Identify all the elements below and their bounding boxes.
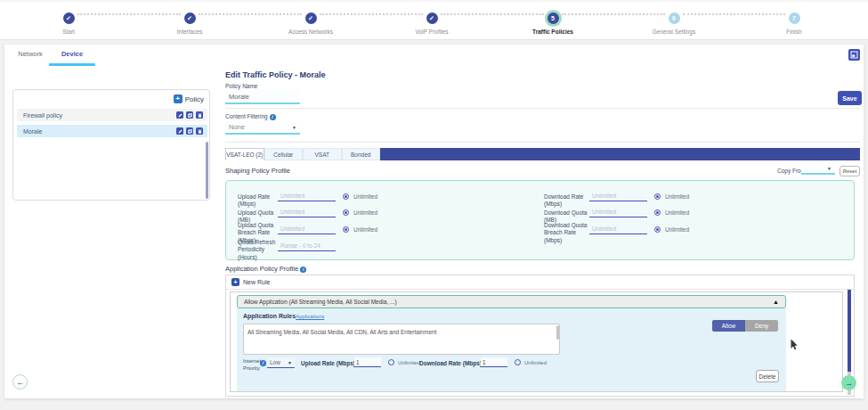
policy-row-firewall[interactable]: Firewall policy	[17, 109, 207, 121]
divider	[225, 142, 860, 143]
step-general-settings[interactable]: 6 General Settings	[634, 8, 714, 35]
chevron-down-icon: ▼	[827, 166, 831, 171]
upload-unlimited-radio[interactable]	[388, 359, 394, 365]
next-fab-button[interactable]: →	[841, 375, 856, 390]
step-label: Interfaces	[150, 29, 230, 35]
step-number: 6	[669, 12, 680, 24]
application-rules-heading: Application Rules	[243, 313, 296, 319]
unlimited-radio[interactable]	[654, 193, 661, 200]
step-interfaces[interactable]: ✓ Interfaces	[150, 8, 230, 35]
download-breach-rate-input[interactable]	[589, 224, 647, 234]
policy-row-morale[interactable]: Morale	[17, 125, 207, 137]
check-icon: ✓	[63, 12, 75, 24]
tab-vsat-leo[interactable]: VSAT-LEO (2)	[225, 148, 264, 160]
step-access-networks[interactable]: ✓ Access Networks	[271, 8, 351, 35]
field-label: Download Rate (Mbps)	[544, 193, 590, 209]
step-label: Start	[28, 29, 109, 35]
policy-name: Firewall policy	[23, 112, 62, 119]
download-rate-input[interactable]	[589, 191, 647, 201]
policy-name-input[interactable]	[225, 90, 300, 104]
mouse-cursor	[791, 338, 798, 354]
rule-summary: Allow Application (All Streaming Media, …	[244, 299, 397, 305]
info-icon[interactable]: i	[300, 266, 306, 273]
deny-toggle[interactable]: Deny	[745, 320, 778, 332]
field-label: Upload Rate (Mbps)	[238, 193, 279, 209]
radio-label: Unlimited	[665, 226, 689, 233]
download-unlimited-radio[interactable]	[515, 359, 521, 365]
priority-select[interactable]: Low ▼	[267, 357, 295, 368]
tab-cellular[interactable]: Cellular	[264, 148, 304, 160]
rule-card: Allow Application (All Streaming Media, …	[230, 291, 843, 392]
rule-body: Application Rules Applications All Strea…	[237, 308, 786, 391]
upload-quota-input[interactable]	[278, 207, 336, 217]
wizard-stepper: ✓ Start ✓ Interfaces ✓ Access Networks ✓…	[0, 0, 868, 40]
rule-download-rate-input[interactable]	[481, 357, 507, 367]
unlimited-radio[interactable]	[343, 209, 349, 216]
edit-icon[interactable]	[176, 111, 183, 119]
radio-label: Unlimited	[665, 209, 689, 216]
policy-name-label: Policy Name	[225, 83, 257, 89]
chevron-up-icon[interactable]: ▲	[773, 299, 779, 305]
step-traffic-policies[interactable]: 5 Traffic Policies	[513, 8, 593, 35]
tab-vsat[interactable]: VSAT	[303, 148, 342, 160]
radio-label: Unlimited	[353, 193, 377, 200]
shaping-heading: Shaping Policy Profile	[225, 167, 290, 175]
new-rule-button[interactable]: + New Rule	[226, 275, 854, 290]
policy-panel-title: Policy	[185, 95, 204, 103]
edit-icon[interactable]	[176, 127, 183, 135]
rules-scrollbar-thumb[interactable]	[848, 290, 851, 372]
allow-toggle[interactable]: Allow	[712, 320, 745, 332]
reset-button[interactable]: Reset	[840, 166, 860, 176]
policy-name: Morale	[23, 128, 42, 135]
delete-rule-button[interactable]: Delete	[756, 370, 779, 382]
copy-icon[interactable]	[186, 111, 193, 119]
rule-accordion-header[interactable]: Allow Application (All Streaming Media, …	[237, 295, 786, 308]
window-layout-glyph	[850, 51, 858, 59]
step-label: General Settings	[634, 29, 714, 35]
download-quota-input[interactable]	[589, 207, 647, 217]
application-heading: Application Policy Profile i	[225, 265, 306, 273]
step-number: 7	[789, 12, 800, 24]
tab-bonded[interactable]: Bonded	[342, 148, 381, 160]
step-label: Access Networks	[271, 29, 351, 35]
policy-panel-header: + Policy	[174, 94, 204, 103]
info-icon[interactable]: i	[270, 114, 276, 120]
back-fab-button[interactable]: ←	[12, 374, 28, 390]
quota-refresh-input[interactable]	[278, 241, 336, 251]
chevron-down-icon: ▼	[288, 360, 292, 365]
applications-textarea[interactable]: All Streaming Media, All Social Media, A…	[243, 324, 560, 355]
tab-device[interactable]: Device	[50, 50, 94, 58]
add-policy-icon[interactable]: +	[174, 94, 183, 103]
step-label: VoIP Profiles	[392, 29, 472, 35]
upload-breach-rate-input[interactable]	[278, 224, 336, 234]
unlimited-radio[interactable]	[343, 226, 349, 233]
upload-rate-input[interactable]	[278, 191, 336, 201]
step-start[interactable]: ✓ Start	[28, 8, 109, 35]
unlimited-radio[interactable]	[343, 193, 349, 200]
policy-list-scrollbar[interactable]	[206, 142, 209, 199]
textarea-scrollbar[interactable]	[556, 325, 559, 340]
content-filtering-select[interactable]: None ▼	[225, 121, 300, 135]
check-icon: ✓	[426, 12, 438, 24]
copy-from-select[interactable]: ▼	[801, 164, 835, 175]
step-label: Traffic Policies	[513, 29, 593, 35]
panel-toggle-icon[interactable]	[848, 49, 860, 61]
step-voip-profiles[interactable]: ✓ VoIP Profiles	[392, 8, 472, 35]
divider	[225, 108, 860, 109]
info-icon[interactable]: i	[260, 360, 266, 366]
unlimited-radio[interactable]	[654, 209, 661, 216]
unlimited-radio[interactable]	[654, 226, 661, 233]
delete-icon[interactable]	[196, 127, 203, 135]
copy-icon[interactable]	[186, 127, 193, 135]
field-label: Download Quota Breach Rate (Mbps)	[544, 222, 590, 244]
step-finish[interactable]: 7 Finish	[754, 8, 834, 35]
radio-label: Unlimited	[353, 226, 377, 233]
radio-label: Unlimited	[353, 209, 377, 216]
tab-network[interactable]: Network	[8, 50, 53, 58]
page-title: Edit Traffic Policy - Morale	[225, 70, 326, 79]
app-window: ✓ Start ✓ Interfaces ✓ Access Networks ✓…	[0, 0, 868, 410]
applications-link[interactable]: Applications	[296, 314, 324, 319]
save-button[interactable]: Save	[838, 91, 862, 105]
delete-icon[interactable]	[196, 111, 203, 119]
rule-upload-rate-input[interactable]	[354, 357, 381, 367]
